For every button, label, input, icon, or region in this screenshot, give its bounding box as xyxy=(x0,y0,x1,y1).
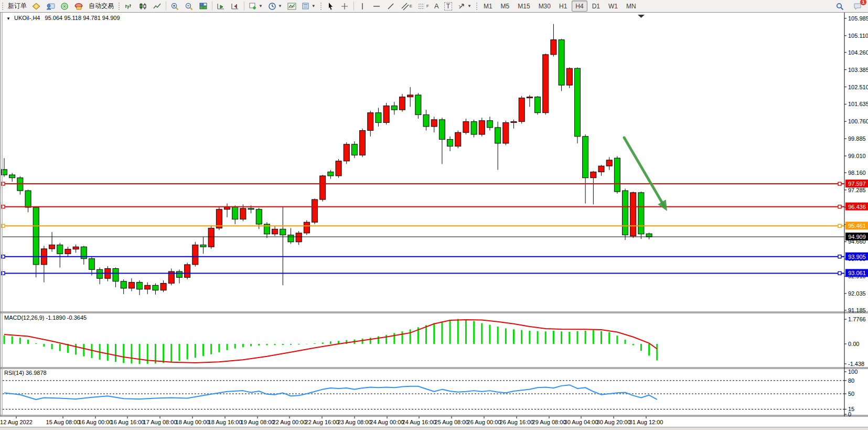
timeframe-group: M1M5M15M30H1H4D1W1MN xyxy=(479,1,640,12)
rsi-tick-label: 0 xyxy=(848,411,851,417)
timeframe-d1-button[interactable]: D1 xyxy=(588,1,604,12)
line-end-marker[interactable] xyxy=(2,255,5,258)
time-axis-label: 29 Aug 08:00 xyxy=(532,419,566,425)
market-button[interactable] xyxy=(72,1,85,12)
time-axis-label: 22 Aug 00:00 xyxy=(273,419,307,425)
trendline-icon xyxy=(387,2,395,11)
bull-candle xyxy=(73,247,79,249)
candlestick-icon xyxy=(138,2,147,11)
main-toolbar: 新订单 自动交易 xyxy=(0,0,868,13)
fibo-letter: F xyxy=(426,4,429,8)
time-axis-label: 30 Aug 04:00 xyxy=(564,419,598,425)
line-end-marker[interactable] xyxy=(838,205,841,208)
bar-chart-button[interactable] xyxy=(122,1,135,12)
bull-candle xyxy=(320,176,326,200)
chart-shift-button[interactable] xyxy=(229,1,242,12)
fibonacci-icon xyxy=(417,2,426,11)
price-tick-label: 97.285 xyxy=(848,187,866,193)
horizontal-line-tool-button[interactable] xyxy=(370,1,383,12)
line-end-marker[interactable] xyxy=(2,182,5,185)
timeframe-m15-button[interactable]: M15 xyxy=(514,1,533,12)
vertical-line-tool-button[interactable] xyxy=(356,1,369,12)
timeframe-m5-button[interactable]: M5 xyxy=(497,1,513,12)
line-end-marker[interactable] xyxy=(2,205,5,208)
zoom-in-icon xyxy=(170,2,179,11)
line-end-marker[interactable] xyxy=(838,255,841,258)
shapes-arrows-icon xyxy=(457,2,466,11)
bull-candle xyxy=(272,229,278,234)
text-tool-button[interactable]: A xyxy=(432,1,441,12)
toolbar-drag-handle[interactable] xyxy=(118,2,120,11)
timeframe-w1-button[interactable]: W1 xyxy=(605,1,621,12)
signal-rings-icon xyxy=(60,2,69,11)
price-badge-label: 93.905 xyxy=(848,254,866,260)
bull-candle xyxy=(336,161,341,176)
time-axis-label: 26 Aug 16:00 xyxy=(500,419,534,425)
search-button[interactable] xyxy=(833,1,846,12)
price-tick-label: 99.885 xyxy=(848,135,866,142)
bear-candle xyxy=(328,172,334,176)
ohlc-values: 95.064 95.118 94.781 94.909 xyxy=(45,15,120,21)
mt4-terminal: 新订单 自动交易 xyxy=(0,0,868,430)
fibonacci-tool-button[interactable]: F xyxy=(415,1,431,12)
line-end-marker[interactable] xyxy=(838,271,841,275)
time-axis-label: 12 Aug 2022 xyxy=(0,419,33,425)
line-chart-button[interactable] xyxy=(151,1,164,12)
toolbar-drag-handle[interactable] xyxy=(476,2,478,11)
bull-candle xyxy=(208,228,214,247)
timeframe-mn-button[interactable]: MN xyxy=(623,1,640,12)
price-badge-label: 95.461 xyxy=(848,223,866,229)
new-order-button[interactable]: 新订单 xyxy=(6,1,29,12)
bull-candle xyxy=(551,40,556,55)
rsi-tick-label: 80 xyxy=(848,377,854,384)
bear-candle xyxy=(25,191,31,207)
trendline-tool-button[interactable] xyxy=(384,1,398,12)
signals-button[interactable] xyxy=(58,1,71,12)
line-end-marker[interactable] xyxy=(838,182,841,185)
bear-candle xyxy=(137,282,143,289)
periods-button[interactable]: ▼ xyxy=(266,1,284,12)
window-menu-icon[interactable]: ▼ xyxy=(6,16,10,21)
timeframe-h1-button[interactable]: H1 xyxy=(555,1,571,12)
zoom-out-button[interactable] xyxy=(183,1,196,12)
indicators-button[interactable] xyxy=(285,1,298,12)
line-end-marker[interactable] xyxy=(2,271,5,275)
bar-chart-icon xyxy=(124,2,133,11)
notification-badge: 1 xyxy=(860,0,866,5)
bear-candle xyxy=(376,113,381,123)
price-tick-label: 91.185 xyxy=(848,307,866,313)
bull-candle xyxy=(463,122,469,133)
zoom-in-button[interactable] xyxy=(168,1,181,12)
bull-candle xyxy=(192,245,198,265)
toolbar-drag-handle[interactable] xyxy=(320,2,322,11)
price-tick-label: 92.035 xyxy=(848,290,866,297)
trade-ticket-icon[interactable] xyxy=(30,1,43,12)
price-tick-label: 105.985 xyxy=(848,15,868,22)
time-axis-label: 26 Aug 00:00 xyxy=(467,419,501,425)
channel-tool-button[interactable]: E xyxy=(399,1,414,12)
price-badge-label: 94.909 xyxy=(848,234,866,240)
text-label-tool-button[interactable]: T xyxy=(442,1,454,12)
timeframe-m1-button[interactable]: M1 xyxy=(480,1,496,12)
price-tick-label: 105.110 xyxy=(848,33,868,39)
terminal-button[interactable] xyxy=(44,1,57,12)
bull-candle xyxy=(479,121,485,134)
toolbar-drag-handle[interactable] xyxy=(2,2,4,11)
line-end-marker[interactable] xyxy=(838,224,841,227)
bull-candle xyxy=(240,208,246,219)
line-end-marker[interactable] xyxy=(2,224,5,227)
timeframe-m30-button[interactable]: M30 xyxy=(535,1,554,12)
new-chart-button[interactable]: ▼ xyxy=(247,1,265,12)
chart-area[interactable]: 105.985105.110104.260103.385102.510101.6… xyxy=(0,0,868,430)
macd-tick-label: 1.7766 xyxy=(848,316,866,322)
templates-button[interactable]: ▼ xyxy=(299,1,318,12)
candlestick-chart-button[interactable] xyxy=(136,1,149,12)
shapes-tool-button[interactable]: ▼ xyxy=(455,1,474,12)
notifications-button[interactable]: 1 xyxy=(851,1,864,12)
tile-windows-button[interactable] xyxy=(197,1,210,12)
timeframe-h4-button[interactable]: H4 xyxy=(572,1,587,12)
cursor-tool-button[interactable] xyxy=(324,1,337,12)
auto-scroll-button[interactable] xyxy=(215,1,228,12)
auto-trading-button[interactable]: 自动交易 xyxy=(87,1,116,12)
crosshair-tool-button[interactable] xyxy=(338,1,351,12)
